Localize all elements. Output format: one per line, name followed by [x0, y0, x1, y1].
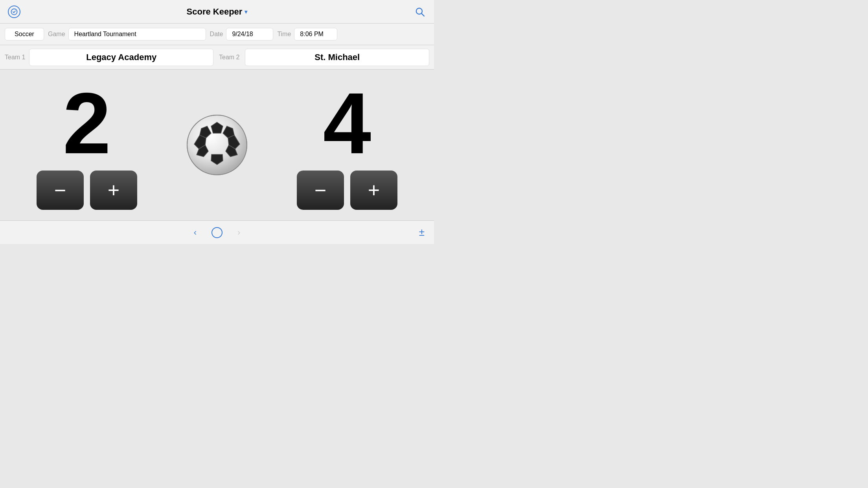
nav-right[interactable] — [414, 6, 426, 18]
nav-bar: Score Keeper ▾ — [0, 0, 434, 24]
team1-name[interactable]: Legacy Academy — [29, 49, 213, 66]
team2-score-block: 4 − + — [260, 80, 434, 210]
score-area: 2 − + — [0, 70, 434, 220]
forward-button[interactable]: › — [234, 226, 243, 239]
time-label: Time — [277, 31, 291, 38]
header-row: Soccer Game Heartland Tournament Date 9/… — [0, 24, 434, 45]
clock-icon[interactable] — [8, 6, 20, 18]
team2-minus-button[interactable]: − — [297, 171, 344, 210]
title-dropdown-arrow[interactable]: ▾ — [245, 9, 247, 15]
team1-score: 2 — [63, 80, 111, 167]
back-button[interactable]: ‹ — [191, 226, 200, 239]
plus-icon: + — [108, 180, 120, 200]
bottom-nav: ‹ › — [191, 226, 244, 239]
time-field[interactable]: Time 8:06 PM — [277, 28, 337, 40]
minus-icon: − — [314, 180, 326, 200]
team-row: Team 1 Legacy Academy Team 2 St. Michael — [0, 45, 434, 70]
game-label: Game — [48, 31, 65, 38]
team2-label: Team 2 — [219, 54, 239, 61]
soccer-ball-icon — [186, 114, 248, 176]
game-field[interactable]: Game Heartland Tournament — [48, 28, 206, 40]
svg-line-2 — [421, 13, 424, 16]
game-value[interactable]: Heartland Tournament — [68, 28, 206, 40]
team2-name[interactable]: St. Michael — [245, 49, 429, 66]
add-button[interactable]: ± — [419, 226, 425, 238]
time-value[interactable]: 8:06 PM — [294, 28, 337, 40]
team1-minus-button[interactable]: − — [37, 171, 84, 210]
nav-left[interactable] — [8, 6, 20, 18]
team1-score-block: 2 − + — [0, 80, 174, 210]
home-circle-button[interactable] — [211, 227, 223, 238]
app-title: Score Keeper ▾ — [187, 7, 248, 17]
ball-center — [174, 114, 260, 176]
date-label: Date — [210, 31, 223, 38]
app-title-text: Score Keeper — [187, 7, 243, 17]
plus-icon: + — [368, 180, 380, 200]
search-icon[interactable] — [414, 6, 426, 18]
sport-field[interactable]: Soccer — [5, 28, 44, 40]
date-field[interactable]: Date 9/24/18 — [210, 28, 274, 40]
minus-icon: − — [54, 180, 66, 200]
bottom-bar: ‹ › ± — [0, 220, 434, 244]
team2-score: 4 — [323, 80, 371, 167]
team1-score-buttons: − + — [37, 171, 137, 210]
date-value[interactable]: 9/24/18 — [226, 28, 273, 40]
team2-plus-button[interactable]: + — [350, 171, 397, 210]
team1-label: Team 1 — [5, 54, 25, 61]
sport-value[interactable]: Soccer — [5, 28, 44, 40]
team2-score-buttons: − + — [297, 171, 397, 210]
team1-plus-button[interactable]: + — [90, 171, 137, 210]
